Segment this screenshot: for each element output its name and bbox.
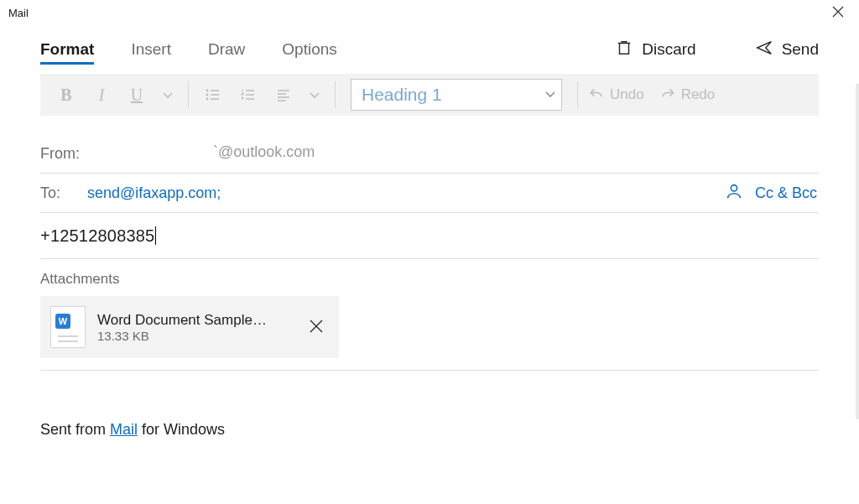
discard-label: Discard [642, 40, 695, 59]
word-badge: W [55, 314, 70, 329]
font-more-dropdown[interactable] [158, 81, 178, 109]
from-row: From: `@outlook.com [40, 134, 819, 174]
align-button[interactable] [269, 81, 298, 109]
attachment-card[interactable]: W Word Document Sample… 13.33 KB [40, 296, 339, 358]
signature-suffix: for Windows [138, 421, 225, 438]
send-icon [755, 39, 773, 61]
cc-bcc-button[interactable]: Cc & Bcc [755, 184, 817, 202]
tab-insert[interactable]: Insert [131, 40, 171, 59]
scrollbar[interactable] [856, 84, 859, 419]
style-picker-label: Heading 1 [362, 85, 442, 105]
separator [188, 81, 189, 108]
trash-icon [615, 39, 633, 61]
word-document-icon: W [50, 306, 86, 348]
separator [577, 81, 578, 108]
undo-label: Undo [610, 86, 644, 103]
subject-row[interactable]: +12512808385 [40, 213, 819, 259]
compose-tab-bar: Format Insert Draw Options Discard Send [40, 25, 819, 74]
to-label: To: [40, 184, 87, 202]
attachment-name: Word Document Sample… [97, 312, 292, 329]
bulleted-list-button[interactable] [199, 81, 227, 109]
signature-prefix: Sent from [40, 421, 110, 438]
to-value[interactable]: send@ifaxapp.com; [87, 184, 725, 202]
send-label: Send [782, 40, 819, 59]
formatting-toolbar: B I U Heading 1 Undo [40, 74, 819, 116]
paragraph-more-dropdown[interactable] [305, 81, 325, 109]
subject-value[interactable]: +12512808385 [40, 226, 819, 246]
discard-button[interactable]: Discard [615, 39, 695, 61]
signature-mail-link[interactable]: Mail [110, 421, 138, 438]
svg-point-0 [206, 90, 209, 92]
message-body[interactable]: Sent from Mail for Windows [40, 371, 819, 439]
svg-point-3 [731, 184, 737, 190]
svg-point-2 [206, 98, 209, 101]
contacts-icon[interactable] [725, 182, 743, 205]
italic-button[interactable]: I [87, 81, 116, 109]
send-button[interactable]: Send [755, 39, 819, 61]
tab-options[interactable]: Options [282, 40, 336, 59]
tab-draw[interactable]: Draw [208, 40, 245, 59]
undo-button[interactable]: Undo [588, 86, 644, 103]
bold-button[interactable]: B [52, 81, 81, 109]
redo-button[interactable]: Redo [659, 86, 716, 103]
separator [335, 81, 336, 108]
chevron-down-icon [544, 88, 556, 102]
style-picker[interactable]: Heading 1 [351, 79, 562, 111]
to-row: To: send@ifaxapp.com; Cc & Bcc [40, 174, 819, 213]
from-label: From: [40, 145, 87, 163]
remove-attachment-button[interactable] [304, 314, 329, 341]
underline-button[interactable]: U [122, 81, 151, 109]
attachments-title: Attachments [40, 259, 819, 296]
attachment-size: 13.33 KB [97, 329, 292, 343]
title-bar: Mail [0, 0, 859, 25]
from-value[interactable]: `@outlook.com [87, 143, 819, 161]
numbered-list-button[interactable] [234, 81, 263, 109]
window-title: Mail [8, 7, 29, 19]
redo-label: Redo [681, 86, 716, 103]
svg-point-1 [206, 94, 209, 96]
attachment-info: Word Document Sample… 13.33 KB [97, 312, 292, 343]
close-icon[interactable] [829, 3, 847, 23]
compose-fields: From: `@outlook.com To: send@ifaxapp.com… [40, 116, 819, 439]
tab-format[interactable]: Format [40, 40, 94, 65]
